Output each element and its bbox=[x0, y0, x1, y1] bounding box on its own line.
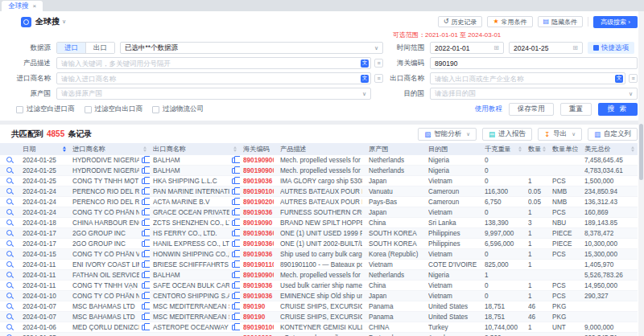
cell-hs-code[interactable]: 89019036 bbox=[243, 251, 274, 258]
detail-search-icon[interactable] bbox=[6, 324, 13, 330]
exporter-input[interactable] bbox=[430, 72, 625, 84]
chevron-down-icon[interactable]: ∨ bbox=[572, 131, 576, 137]
cell-importer[interactable]: ENI IVORY COAST LIMITED bbox=[72, 261, 139, 268]
cell-hs-code[interactable]: 890190900 bbox=[243, 272, 274, 279]
cell-importer[interactable]: MED ÇORLU DENİZCİLİK ANONİM ŞİRKETİ bbox=[72, 324, 139, 331]
import-toggle[interactable]: 进口 bbox=[57, 43, 85, 53]
hide-conditions-button[interactable]: ▤ 隐藏条件 bbox=[538, 16, 584, 27]
detail-search-icon[interactable] bbox=[6, 313, 13, 320]
cell-hs-code[interactable]: 890190 bbox=[243, 303, 274, 310]
sort-icon[interactable] bbox=[543, 146, 546, 152]
export-toggle[interactable]: 出口 bbox=[85, 43, 114, 53]
saved-list-icon[interactable]: ≡ bbox=[374, 74, 383, 83]
cell-exporter[interactable]: BALHAM bbox=[153, 157, 229, 164]
header-exporter[interactable]: 出口商名称 bbox=[150, 143, 240, 155]
table-row[interactable]: 2024-01-25 HYDRODIVE NIGERIA LIMITED BAL… bbox=[0, 166, 638, 176]
detail-search-icon[interactable] bbox=[6, 303, 13, 309]
detail-search-icon[interactable] bbox=[6, 282, 13, 289]
cell-hs-code[interactable]: 89019036 bbox=[243, 293, 274, 300]
cell-importer[interactable]: CÔNG TY CỔ PHẦN VẬN TẢI VÀ TIẾP VẬN P bbox=[72, 251, 139, 258]
cell-hs-code[interactable]: 890190200 bbox=[243, 199, 274, 206]
header-usd-total[interactable]: 美元总价 bbox=[581, 143, 638, 155]
copy-importer-icon[interactable] bbox=[142, 252, 147, 257]
detail-search-icon[interactable] bbox=[6, 209, 13, 215]
copy-exporter-icon[interactable] bbox=[232, 241, 237, 247]
cell-importer[interactable]: MSC BAHAMAS LTD bbox=[72, 313, 139, 321]
table-row[interactable]: 2024-01-11 CÔNG TY TNHH VẬN TẢI VIỆT THU… bbox=[0, 281, 638, 291]
cell-hs-code[interactable]: 89019090 bbox=[243, 219, 274, 227]
cell-exporter[interactable]: ACTA MARINE B.V bbox=[153, 199, 229, 206]
tab-global-search[interactable]: 全球搜 × bbox=[2, 1, 43, 11]
table-row[interactable]: 2024-01-24 PERENCO RIO DEL REY ACTA MARI… bbox=[0, 197, 638, 207]
saved-list-icon[interactable]: ≡ bbox=[629, 74, 638, 83]
copy-importer-icon[interactable] bbox=[142, 168, 147, 174]
cell-importer[interactable]: HYDRODIVE NIGERIA LIMITED bbox=[72, 167, 139, 174]
cell-hs-code[interactable]: 890190 bbox=[243, 313, 274, 321]
cell-importer[interactable]: CÔNG TY CỔ PHẦN NOSCO SHIPYARD bbox=[72, 209, 139, 216]
filter-blank-exporter-checkbox[interactable]: 过滤空白出口商 bbox=[85, 104, 143, 114]
translate-icon[interactable]: 文 bbox=[615, 75, 623, 83]
copy-exporter-icon[interactable] bbox=[232, 304, 237, 309]
copy-exporter-icon[interactable] bbox=[232, 158, 237, 163]
cell-exporter[interactable]: MSC MEDITERRANEAN SHIPPING CO. (PAN bbox=[153, 313, 229, 321]
chevron-down-icon[interactable]: ∨ bbox=[62, 18, 66, 25]
cell-importer[interactable]: HYDRODIVE NIGERIA LIMITED bbox=[72, 157, 139, 164]
reset-button[interactable]: 重置 bbox=[560, 103, 592, 116]
cell-importer[interactable]: CÔNG TY CỔ PHẦN NOSCO SHIPYARD bbox=[72, 293, 139, 300]
table-row[interactable]: 2024-01-06 MED ÇORLU DENİZCİLİK ANONİM Ş… bbox=[0, 322, 638, 333]
cell-exporter[interactable]: HS FERRY CO., LTD. bbox=[153, 230, 229, 237]
copy-exporter-icon[interactable] bbox=[232, 262, 237, 268]
detail-search-icon[interactable] bbox=[6, 199, 13, 205]
copy-importer-icon[interactable] bbox=[142, 304, 147, 309]
table-row[interactable]: 2024-01-25 HYDRODIVE NIGERIA LIMITED BAL… bbox=[0, 155, 638, 166]
copy-exporter-icon[interactable] bbox=[232, 168, 237, 174]
copy-importer-icon[interactable] bbox=[142, 231, 147, 236]
copy-exporter-icon[interactable] bbox=[232, 252, 237, 257]
copy-exporter-icon[interactable] bbox=[232, 283, 237, 289]
end-date-field[interactable]: 2024-01-25 ⊞ bbox=[509, 42, 583, 54]
copy-importer-icon[interactable] bbox=[142, 241, 147, 247]
copy-importer-icon[interactable] bbox=[142, 220, 147, 226]
cell-exporter[interactable]: BRIESE SCHIFFFAHRTS GMBH & CO bbox=[153, 261, 229, 268]
header-date[interactable]: 日期 bbox=[19, 143, 69, 155]
cell-importer[interactable]: CÔNG TY TNHH VẬN TẢI VIỆT THUẦN bbox=[72, 282, 139, 289]
cell-exporter[interactable]: BALHAM bbox=[153, 272, 229, 279]
cell-hs-code[interactable]: 890190900 bbox=[243, 157, 274, 164]
table-row[interactable]: 2024-01-07 MSC BAHAMAS LTD MSC MEDITERRA… bbox=[0, 301, 638, 312]
cell-importer[interactable]: PERENCO RIO DEL REY bbox=[72, 188, 139, 195]
copy-importer-icon[interactable] bbox=[142, 158, 147, 163]
cell-exporter[interactable]: HKA SHIPPING L.L.C bbox=[153, 178, 229, 185]
copy-importer-icon[interactable] bbox=[142, 293, 147, 299]
table-row[interactable]: 2024-01-17 2GO GROUP INC HANIL EXPRESS C… bbox=[0, 239, 638, 249]
sort-icon[interactable] bbox=[233, 146, 237, 152]
hs-code-input[interactable] bbox=[430, 57, 638, 69]
scrollbar-thumb[interactable] bbox=[639, 124, 643, 180]
table-row[interactable]: 2024-01-15 CÔNG TY CỔ PHẦN VẬN TẢI VÀ TI… bbox=[0, 249, 638, 260]
detail-search-icon[interactable] bbox=[6, 272, 13, 278]
cell-hs-code[interactable]: 89019036 bbox=[243, 209, 274, 216]
cell-exporter[interactable]: CENTORO SHIPPING S.A. C/O DAIICHI CHU bbox=[153, 293, 229, 300]
custom-columns-button[interactable]: ▥ 自定义列 bbox=[588, 128, 638, 141]
history-button[interactable]: ↺ 历史记录 bbox=[438, 16, 483, 27]
favorites-button[interactable]: ★ 常用条件 bbox=[487, 16, 532, 27]
enter-report-button[interactable]: ▤ 进入报告 bbox=[482, 128, 532, 141]
filter-logistics-checkbox[interactable]: 过滤物流公司 bbox=[152, 104, 204, 114]
translate-icon[interactable]: 文 bbox=[361, 59, 369, 68]
detail-search-icon[interactable] bbox=[6, 157, 13, 163]
sort-icon[interactable] bbox=[518, 146, 522, 152]
cell-hs-code[interactable]: 890190100 bbox=[243, 188, 274, 195]
table-row[interactable]: 2024-01-24 PERENCO RIO DEL REY PAN MARIN… bbox=[0, 186, 638, 197]
copy-importer-icon[interactable] bbox=[142, 178, 147, 184]
detail-search-icon[interactable] bbox=[6, 240, 13, 247]
cell-importer[interactable]: PERENCO RIO DEL REY bbox=[72, 199, 139, 206]
copy-importer-icon[interactable] bbox=[142, 210, 147, 215]
detail-search-icon[interactable] bbox=[6, 261, 13, 268]
header-kg-weight[interactable]: 千克重量 bbox=[481, 143, 525, 155]
start-date-field[interactable]: 2022-01-01 ⊞ bbox=[430, 42, 504, 54]
origin-select[interactable]: 请选择原产国 ∨ bbox=[56, 88, 371, 100]
table-row[interactable]: 2024-01-18 CHINA HARBOUR ENGINEERING CO … bbox=[0, 218, 638, 228]
cell-hs-code[interactable]: 890190900 bbox=[243, 167, 274, 174]
sort-icon[interactable] bbox=[631, 146, 634, 152]
tutorial-link[interactable]: 使用教程 bbox=[475, 104, 502, 114]
cell-hs-code[interactable]: 890190110 bbox=[243, 261, 274, 268]
